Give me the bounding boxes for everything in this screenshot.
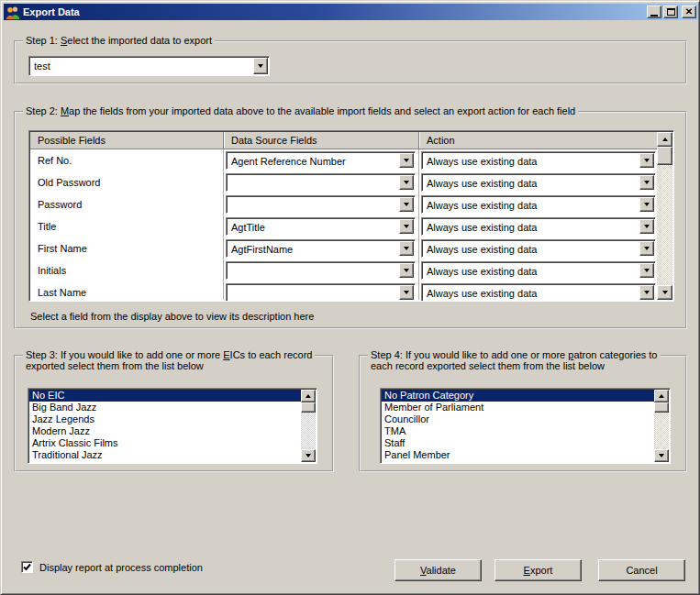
chevron-down-icon[interactable]	[399, 153, 414, 168]
chevron-down-icon[interactable]	[639, 175, 654, 190]
close-button[interactable]: ✕	[682, 6, 696, 18]
scrollbar-thumb[interactable]	[657, 147, 672, 165]
chevron-down-icon[interactable]	[639, 219, 654, 234]
list-item[interactable]: No Patron Category	[382, 390, 654, 402]
list-item[interactable]: Councillor	[382, 413, 654, 425]
combo-value: Always use existing data	[427, 200, 637, 211]
table-scrollbar[interactable]	[657, 132, 672, 300]
scrollbar-thumb[interactable]	[301, 402, 316, 413]
field-name: Password	[38, 199, 82, 210]
chevron-down-icon[interactable]	[399, 263, 414, 278]
list-item[interactable]: Panel Member	[382, 449, 654, 461]
scrollbar-thumb[interactable]	[654, 402, 669, 413]
table-row[interactable]: Initials Always use existing data	[30, 259, 658, 281]
table-row[interactable]: Ref No. Agent Reference Number Always us…	[30, 149, 658, 171]
table-row[interactable]: Password Always use existing data	[30, 193, 658, 215]
step1-group: Step 1: Select the imported data to expo…	[14, 40, 687, 84]
step2-legend: Step 2: Map the fields from your importe…	[23, 105, 578, 116]
data-source-combo[interactable]: AgtTitle	[226, 217, 416, 236]
action-combo[interactable]: Always use existing data	[421, 151, 656, 170]
field-name: Ref No.	[38, 155, 72, 166]
list-item[interactable]: Jazz Legends	[29, 413, 301, 425]
chevron-down-icon[interactable]	[399, 219, 414, 234]
action-combo[interactable]: Always use existing data	[421, 173, 656, 192]
scroll-up-icon[interactable]	[657, 132, 672, 147]
field-name: Last Name	[38, 287, 86, 298]
scroll-down-icon[interactable]	[657, 285, 672, 300]
table-row[interactable]: First Name AgtFirstName Always use exist…	[30, 237, 658, 259]
scroll-down-icon[interactable]	[301, 449, 316, 462]
chevron-down-icon[interactable]	[399, 285, 414, 300]
step1-legend: Step 1: Select the imported data to expo…	[23, 35, 215, 46]
list-item[interactable]: No EIC	[29, 390, 301, 402]
field-name: Initials	[38, 265, 66, 276]
list-item[interactable]: Member of Parliament	[382, 402, 654, 413]
data-source-combo[interactable]: Agent Reference Number	[226, 151, 416, 170]
minimize-button[interactable]	[647, 6, 661, 18]
table-body: Ref No. Agent Reference Number Always us…	[30, 149, 658, 302]
combo-value: AgtFirstName	[231, 244, 396, 255]
title-bar[interactable]: Export Data ✕	[4, 4, 698, 20]
combo-value: Always use existing data	[427, 178, 637, 189]
list-item[interactable]: Traditional Jazz	[29, 449, 301, 461]
export-button[interactable]: Export	[494, 559, 582, 581]
scroll-down-icon[interactable]	[654, 449, 669, 462]
field-description-hint: Select a field from the display above to…	[30, 311, 314, 322]
chevron-down-icon[interactable]	[399, 197, 414, 212]
combo-value: Always use existing data	[427, 156, 637, 167]
display-report-checkbox[interactable]	[21, 561, 33, 573]
list-item[interactable]: Big Band Jazz	[29, 402, 301, 413]
combo-value: AgtTitle	[231, 222, 396, 233]
table-row[interactable]: Old Password Always use existing data	[30, 171, 658, 193]
eic-list-scrollbar[interactable]	[301, 390, 316, 462]
list-item[interactable]: Modern Jazz	[29, 425, 301, 437]
action-combo[interactable]: Always use existing data	[421, 283, 656, 302]
cancel-button[interactable]: Cancel	[598, 559, 685, 581]
step4-group: Step 4: If you would like to add one or …	[359, 355, 687, 472]
imported-data-combo[interactable]: test	[28, 56, 270, 76]
action-combo[interactable]: Always use existing data	[421, 217, 656, 236]
list-item[interactable]: Artrix Classic Films	[29, 437, 301, 449]
eic-listbox: No EIC Big Band Jazz Jazz Legends Modern…	[28, 388, 317, 464]
field-name: Old Password	[38, 177, 100, 188]
chevron-down-icon[interactable]	[399, 241, 414, 256]
validate-button[interactable]: Validate	[394, 559, 482, 581]
minimize-icon	[650, 15, 658, 17]
chevron-down-icon[interactable]	[639, 285, 654, 300]
scroll-up-icon[interactable]	[654, 390, 669, 402]
patron-list-scrollbar[interactable]	[654, 390, 669, 462]
list-item[interactable]: TMA	[382, 425, 654, 437]
data-source-combo[interactable]	[226, 173, 416, 192]
data-source-combo[interactable]	[226, 195, 416, 214]
combo-value: Always use existing data	[427, 244, 637, 255]
scroll-up-icon[interactable]	[301, 390, 316, 402]
list-item[interactable]: Staff	[382, 437, 654, 449]
maximize-button[interactable]	[663, 6, 678, 18]
imported-data-combo-value: test	[34, 61, 250, 72]
patron-category-listbox: No Patron Category Member of Parliament …	[380, 388, 671, 464]
chevron-down-icon[interactable]	[399, 175, 414, 190]
data-source-combo[interactable]: AgtFirstName	[226, 239, 416, 258]
chevron-down-icon[interactable]	[253, 58, 268, 74]
field-name: Title	[38, 221, 56, 232]
data-source-combo[interactable]	[226, 261, 416, 280]
data-source-combo[interactable]	[226, 283, 416, 302]
chevron-down-icon[interactable]	[639, 153, 654, 168]
table-row[interactable]: Last Name Always use existing data	[30, 281, 658, 302]
chevron-down-icon[interactable]	[639, 241, 654, 256]
action-combo[interactable]: Always use existing data	[421, 261, 656, 280]
checkmark-icon	[23, 563, 31, 571]
action-combo[interactable]: Always use existing data	[421, 195, 656, 214]
action-combo[interactable]: Always use existing data	[421, 239, 656, 258]
users-icon	[6, 6, 20, 19]
chevron-down-icon[interactable]	[639, 263, 654, 278]
step3-legend-line2: exported select them from the list below	[26, 360, 204, 371]
step3-legend-line1: Step 3: If you would like to add one or …	[23, 349, 315, 360]
table-row[interactable]: Title AgtTitle Always use existing data	[30, 215, 658, 237]
combo-value: Always use existing data	[427, 266, 637, 277]
display-report-checkbox-label: Display report at process completion	[39, 562, 203, 573]
chevron-down-icon[interactable]	[639, 197, 654, 212]
field-name: First Name	[38, 243, 87, 254]
column-header-data-source-fields: Data Source Fields	[223, 132, 418, 149]
maximize-icon	[667, 8, 675, 16]
